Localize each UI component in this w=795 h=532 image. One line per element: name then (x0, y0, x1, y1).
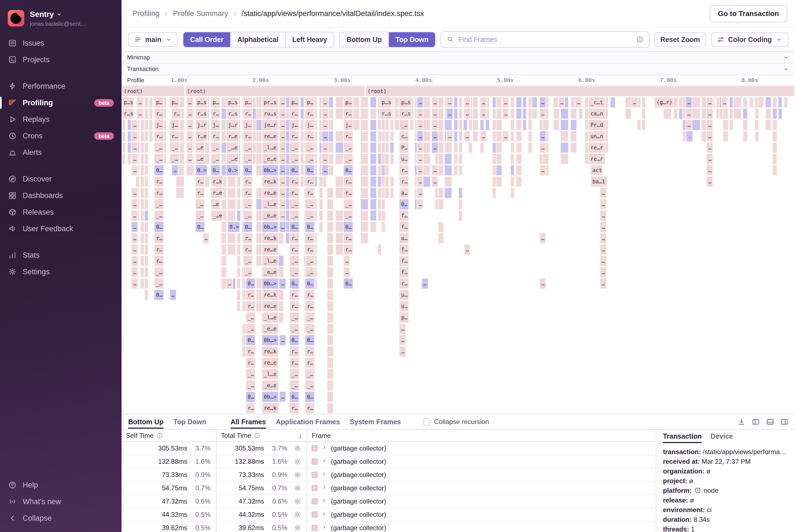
flame-frame[interactable]: 0… (289, 165, 299, 176)
flame-frame[interactable] (765, 108, 772, 119)
chevron-right-icon[interactable] (322, 524, 327, 531)
flame-frame[interactable]: ca…n (588, 108, 606, 119)
flame-frame[interactable]: _c…t (588, 97, 606, 108)
table-row[interactable]: 132.88ms1.6%132.88ms1.6%(garbage collect… (121, 455, 656, 469)
flame-frame[interactable] (468, 119, 473, 131)
chevron-right-icon[interactable] (322, 484, 327, 492)
flame-frame[interactable]: _… (305, 312, 315, 323)
flame-frame[interactable]: … (431, 97, 438, 108)
flame-frame[interactable] (227, 210, 236, 221)
flame-frame[interactable]: …e (195, 142, 205, 153)
flame-frame[interactable]: … (171, 165, 178, 176)
flame-frame[interactable]: r… (289, 176, 299, 187)
flame-frame[interactable] (723, 119, 729, 131)
flame-frame[interactable]: _… (289, 153, 299, 165)
flame-frame[interactable] (360, 119, 368, 131)
flame-frame[interactable] (381, 221, 385, 232)
direction-bottom-up[interactable]: Bottom Up (340, 32, 389, 47)
flame-frame[interactable]: a… (399, 187, 409, 198)
flame-frame[interactable] (742, 131, 748, 142)
flame-frame[interactable] (463, 119, 468, 131)
flame-frame[interactable] (360, 210, 368, 221)
flame-frame[interactable]: _… (246, 368, 256, 380)
flame-frame[interactable]: re…k (262, 346, 279, 357)
flame-frame[interactable] (221, 198, 227, 210)
sidebar-item-what-s-new[interactable]: What's new (0, 493, 121, 510)
flame-frame[interactable] (772, 165, 778, 176)
flame-frame[interactable] (370, 108, 377, 119)
table-row[interactable]: 73.33ms0.9%73.33ms0.9%(garbage collector… (121, 469, 656, 482)
flame-frame[interactable] (149, 119, 153, 131)
flame-frame[interactable]: r… (154, 176, 164, 187)
flame-frame[interactable]: 0.> (227, 221, 240, 232)
flame-frame[interactable] (729, 97, 733, 108)
flame-frame[interactable] (323, 176, 327, 187)
flame-frame[interactable]: r…s (195, 108, 208, 119)
flame-frame[interactable] (625, 108, 632, 119)
flame-frame[interactable] (438, 232, 443, 244)
flame-frame[interactable]: … (343, 255, 350, 267)
sort-alphabetical[interactable]: Alphabetical (230, 32, 285, 47)
flame-frame[interactable] (663, 108, 672, 119)
flame-frame[interactable] (454, 142, 458, 153)
flame-frame[interactable] (496, 153, 502, 165)
flame-frame[interactable]: _l…e (262, 368, 279, 380)
flame-frame[interactable] (256, 244, 262, 255)
flame-frame[interactable] (327, 289, 334, 301)
flame-frame[interactable]: r… (154, 108, 164, 119)
flame-frame[interactable]: r… (289, 187, 299, 198)
flame-frame[interactable]: (root) (365, 86, 795, 97)
flame-frame[interactable]: … (131, 267, 138, 278)
flame-frame[interactable] (140, 119, 145, 131)
flame-frame[interactable]: ru…s (262, 108, 279, 119)
flame-frame[interactable]: … (600, 187, 607, 198)
info-icon[interactable] (636, 36, 643, 43)
sidebar-item-collapse[interactable]: Collapse (0, 510, 121, 527)
flame-frame[interactable]: r… (305, 108, 315, 119)
flame-frame[interactable]: r… (289, 346, 299, 357)
flame-frame[interactable]: … (186, 131, 193, 142)
flame-frame[interactable]: … (417, 153, 424, 165)
flame-frame[interactable] (335, 108, 344, 119)
flame-frame[interactable] (227, 187, 236, 198)
flame-frame[interactable]: Pr…d (588, 119, 606, 131)
flame-frame[interactable]: … (131, 187, 138, 198)
flame-frame[interactable] (236, 278, 241, 289)
flame-frame[interactable] (778, 97, 782, 108)
flame-frame[interactable] (570, 142, 577, 153)
gear-icon[interactable] (294, 484, 301, 492)
flame-frame[interactable]: _… (243, 153, 253, 165)
flame-frame[interactable] (468, 142, 473, 153)
sidebar-item-replays[interactable]: Replays (0, 111, 121, 128)
flame-frame[interactable] (492, 187, 496, 198)
tab-bottom-up[interactable]: Bottom Up (128, 415, 164, 429)
flame-frame[interactable]: … (186, 97, 193, 108)
flame-frame[interactable] (278, 312, 284, 323)
flame-frame[interactable]: … (399, 346, 406, 357)
flame-frame[interactable] (381, 210, 385, 221)
flame-frame[interactable] (327, 278, 334, 289)
flame-frame[interactable]: … (279, 119, 286, 131)
flame-frame[interactable]: … (279, 131, 286, 142)
flame-frame[interactable] (370, 198, 377, 210)
flame-frame[interactable] (458, 210, 463, 221)
flame-frame[interactable] (390, 176, 394, 187)
flame-frame[interactable]: re…k (262, 232, 279, 244)
flame-frame[interactable]: … (685, 108, 693, 119)
tab-system-frames[interactable]: System Frames (350, 415, 401, 429)
flame-frame[interactable] (335, 210, 344, 221)
flame-frame[interactable]: … (706, 153, 713, 165)
flame-frame[interactable]: … (706, 97, 713, 108)
flame-frame[interactable] (496, 165, 502, 176)
flame-frame[interactable]: … (131, 278, 138, 289)
flame-frame[interactable]: _… (289, 255, 299, 267)
flame-frame[interactable]: … (169, 289, 176, 301)
flame-frame[interactable]: … (136, 97, 144, 108)
flame-frame[interactable]: r… (305, 131, 315, 142)
flame-frame[interactable] (236, 255, 241, 267)
flame-frame[interactable]: … (279, 153, 286, 165)
flame-frame[interactable]: … (417, 187, 424, 198)
flame-frame[interactable] (236, 301, 241, 312)
flame-frame[interactable]: r… (399, 176, 409, 187)
flame-frame[interactable]: _… (305, 380, 315, 391)
